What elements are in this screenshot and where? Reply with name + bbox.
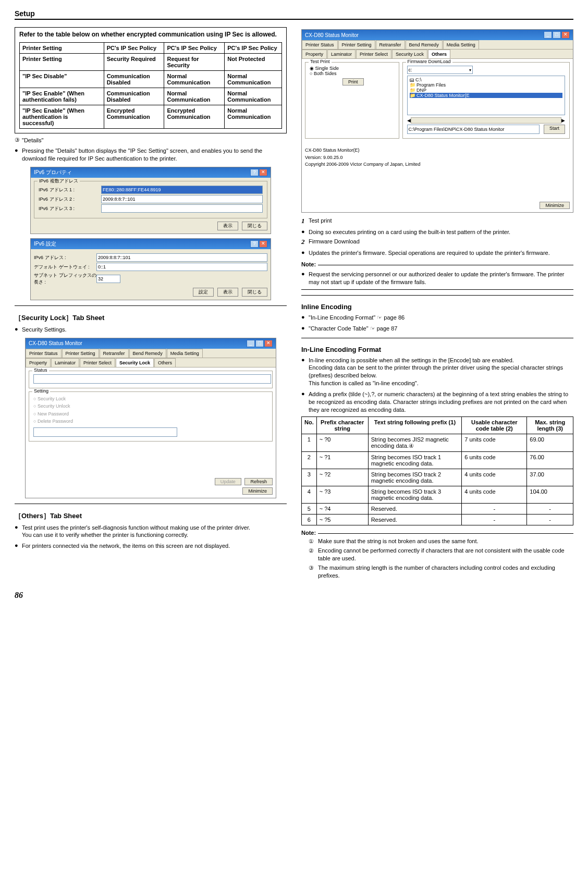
close-icon[interactable]: ✕ [561,31,570,39]
tab-property[interactable]: Property [302,50,327,58]
right-column: CX-D80 Status Monitor _□✕ Printer Status… [301,25,573,581]
radio-single-side[interactable]: ◉ Single Side [310,66,395,71]
folder-tree[interactable]: 🖴 C:\ 📁 Program Files 📁 DNP 📁 CX-D80 Sta… [407,76,565,115]
enc-td: - [462,504,527,514]
fieldset-legend: IPv6 複数アドレス [38,178,80,185]
enc-td: 3 [302,469,317,486]
close-button[interactable]: 閉じる [242,222,267,230]
setting-legend: Setting [32,388,50,394]
ipsec-td: Request for Security [164,53,225,70]
circled-number: ② [309,547,318,562]
tab-media-setting[interactable]: Media Setting [443,40,479,49]
tree-row[interactable]: 📁 Program Files [410,82,562,88]
ipsec-td: Printer Setting [20,53,104,70]
help-icon[interactable]: ? [250,169,259,176]
ipsec-table: Printer Setting PC's IP Sec Policy PC's … [19,42,282,129]
close-button[interactable]: 閉じる [242,288,267,297]
divider [15,305,287,306]
radio-security-lock[interactable]: ○ Security Lock [33,395,268,402]
tab-security-lock[interactable]: Security Lock [392,50,427,58]
tab-property[interactable]: Property [26,358,51,367]
version-line-1: CX-D80 Status Monitor(E) [305,147,570,154]
ipv6-address-input[interactable] [96,253,267,262]
maximize-icon[interactable]: □ [553,31,561,39]
close-icon[interactable]: ✕ [264,340,273,347]
enc-td: 4 units code [462,486,527,504]
tab-others[interactable]: Others [154,358,176,367]
minimize-icon[interactable]: _ [247,340,255,347]
tab-retransfer[interactable]: Retransfer [376,40,405,49]
ipsec-td: Normal Communication [164,88,225,105]
ipsec-td: "IP Sec Enable" (When authentication is … [20,105,104,128]
start-button[interactable]: Start [544,125,565,134]
radio-delete-password[interactable]: ○ Delete Password [33,418,268,425]
password-field[interactable] [33,427,177,437]
show-button[interactable]: 表示 [217,288,238,297]
note-rule [318,265,573,265]
enc-td: 69.00 [527,434,573,452]
default-gateway-input[interactable] [96,263,267,271]
bullet-icon: ● [301,357,309,387]
tab-printer-setting[interactable]: Printer Setting [62,349,99,358]
others-text-2: For printers connected via the network, … [22,542,287,550]
format-text-2: Adding a prefix (tilde (~),?, or numeric… [309,390,573,414]
tab-retransfer[interactable]: Retransfer [100,349,129,358]
ipv6-address-3-input[interactable] [101,204,263,213]
ipsec-td: Encrypted Communication [164,105,225,128]
ipsec-th: PC's IP Sec Policy [104,42,164,53]
tab-printer-status[interactable]: Printer Status [26,349,62,358]
maximize-icon[interactable]: □ [255,340,264,347]
ipsec-td: Normal Communication [225,88,282,105]
tab-printer-setting[interactable]: Printer Setting [338,40,375,49]
window-buttons: _□✕ [246,340,273,347]
tab-laminator[interactable]: Laminator [51,358,79,367]
tab-media-setting[interactable]: Media Setting [167,349,203,358]
tab-bend-remedy[interactable]: Bend Remedy [406,40,443,49]
tree-row[interactable]: 📁 DNP [410,88,562,93]
ipsec-td: Normal Communication [164,70,225,88]
radio-security-unlock[interactable]: ○ Security Unlock [33,402,268,410]
set-button[interactable]: 設定 [193,288,214,297]
path-field[interactable] [407,125,540,134]
circled-number-3: ③ [15,137,22,144]
ipsec-th: PC's IP Sec Policy [164,42,225,53]
enc-td: ~ ?5 [316,514,368,525]
help-icon[interactable]: ? [250,240,259,248]
update-button[interactable]: Update [215,478,241,485]
field-label: IPv6 アドレス 1 : [39,187,101,193]
drive-select[interactable]: c:▾ [407,66,473,74]
close-icon[interactable]: ✕ [259,169,267,176]
divider [301,295,573,296]
ipsec-box-title: Refer to the table below on whether encr… [19,31,282,39]
tab-others[interactable]: Others [428,50,450,58]
tab-laminator[interactable]: Laminator [327,50,356,58]
window-buttons: _□✕ [543,31,570,39]
tab-bend-remedy[interactable]: Bend Remedy [129,349,166,358]
subnet-prefix-input[interactable] [96,275,120,283]
show-button[interactable]: 表示 [217,222,238,230]
tab-printer-status[interactable]: Printer Status [302,40,338,49]
print-button[interactable]: Print [342,78,364,85]
ipsec-td: Communication Disabled [104,88,164,105]
enc-th: Max. string length (3) [527,417,573,434]
tree-row-selected[interactable]: 📁 CX-D80 Status Monitor(E [410,93,562,98]
enc-td: ~ ?2 [316,469,368,486]
ipv6-address-2-input[interactable] [101,195,263,203]
enc-td: 4 [302,486,317,504]
ipsec-td: "IP Sec Disable" [20,70,104,88]
ipv6-address-1-input[interactable] [101,186,263,194]
minimize-icon[interactable]: _ [544,31,552,39]
radio-both-sides[interactable]: ○ Both Sides [310,71,395,76]
close-icon[interactable]: ✕ [259,240,267,248]
left-column: Refer to the table below on whether encr… [15,25,287,581]
encoding-format-heading: In-Line Encoding Format [301,346,573,353]
tree-row[interactable]: 🖴 C:\ [410,77,562,82]
minimize-button[interactable]: Minimize [540,202,570,209]
tab-printer-select[interactable]: Printer Select [356,50,391,58]
refresh-button[interactable]: Refresh [244,478,273,485]
tab-security-lock[interactable]: Security Lock [116,358,154,367]
radio-new-password[interactable]: ○ New Password [33,410,268,418]
tab-printer-select[interactable]: Printer Select [80,358,115,367]
encoding-table: No. Prefix character string Text string … [301,416,573,525]
minimize-button[interactable]: Minimize [242,487,273,495]
